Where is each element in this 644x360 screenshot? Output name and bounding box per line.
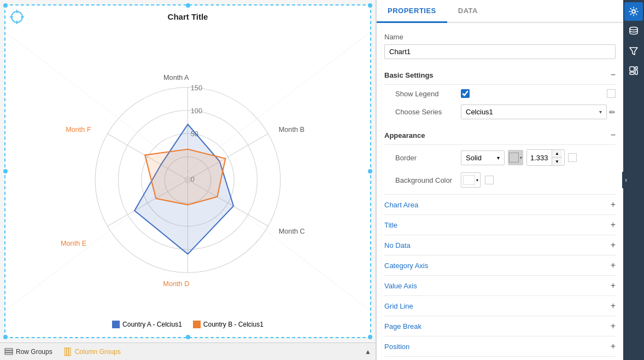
properties-panel: PROPERTIES DATA Name Basic Settings − Sh…: [376, 0, 623, 360]
svg-text:Month A: Month A: [163, 74, 189, 82]
basic-settings-toggle[interactable]: −: [611, 70, 616, 80]
legend-color-a: [112, 321, 120, 328]
title-header[interactable]: Title +: [384, 215, 616, 235]
bg-color-inner: [463, 175, 475, 185]
sidebar-icons: ›: [623, 0, 644, 360]
chevron-right-icon: ›: [625, 176, 627, 184]
title-plus: +: [611, 220, 616, 230]
database-icon: [629, 26, 639, 36]
data-element-section: Data Element +: [384, 356, 616, 360]
svg-text:150: 150: [191, 84, 202, 92]
bg-color-swatch[interactable]: ▾: [461, 172, 481, 188]
border-width-up[interactable]: ▲: [552, 150, 562, 158]
value-axis-header[interactable]: Value Axis +: [384, 276, 616, 295]
svg-marker-29: [145, 149, 225, 205]
value-axis-section: Value Axis +: [384, 275, 616, 295]
show-legend-checkbox[interactable]: [461, 89, 470, 98]
panel-collapse-btn[interactable]: ›: [622, 172, 630, 188]
row-groups-icon: [4, 347, 13, 356]
appearance-toggle[interactable]: −: [611, 130, 616, 140]
svg-rect-30: [5, 349, 13, 350]
row-groups-label: Row Groups: [16, 348, 52, 356]
chart-canvas: Chart Title: [4, 4, 371, 338]
bottom-bar-chevron[interactable]: ▲: [365, 348, 371, 356]
sidebar-filter-btn[interactable]: [624, 42, 643, 60]
series-select[interactable]: Celcius1 ▾: [461, 104, 607, 119]
tab-properties[interactable]: PROPERTIES: [377, 0, 447, 23]
svg-rect-31: [5, 351, 13, 352]
category-axis-section: Category Axis +: [384, 255, 616, 275]
chart-area-header[interactable]: Chart Area +: [384, 195, 616, 214]
no-data-header[interactable]: No Data +: [384, 235, 616, 255]
svg-text:Month E: Month E: [61, 240, 86, 247]
series-select-wrapper: Celcius1 ▾ ✏: [461, 104, 616, 119]
title-label: Title: [384, 221, 397, 229]
border-width-down[interactable]: ▼: [552, 158, 562, 165]
no-data-section: No Data +: [384, 235, 616, 255]
appearance-title: Appearance: [384, 131, 425, 140]
edit-icon: [629, 66, 639, 76]
panel-content: Name Basic Settings − Show Legend: [377, 23, 623, 360]
sidebar-database-btn[interactable]: [624, 22, 643, 40]
panel-tabs: PROPERTIES DATA: [377, 0, 623, 23]
name-field-row: Name: [384, 33, 616, 41]
bg-color-row: Background Color ▾: [384, 172, 616, 188]
chart-area-section: Chart Area +: [384, 194, 616, 214]
border-style-value: Solid: [466, 154, 482, 162]
page-break-header[interactable]: Page Break +: [384, 316, 616, 336]
bg-color-checkbox[interactable]: [485, 176, 494, 184]
show-legend-label: Show Legend: [395, 90, 461, 98]
row-groups-item[interactable]: Row Groups: [4, 347, 52, 356]
svg-rect-34: [67, 348, 68, 356]
border-style-select[interactable]: Solid ▾: [461, 150, 505, 165]
filter-icon: [629, 46, 639, 56]
show-legend-checkbox-wrapper: [461, 89, 470, 98]
svg-rect-40: [630, 72, 634, 74]
series-value: Celcius1: [466, 108, 493, 116]
show-legend-right-checkbox[interactable]: [607, 89, 616, 98]
grid-line-plus: +: [611, 301, 616, 311]
right-panel: PROPERTIES DATA Name Basic Settings − Sh…: [376, 0, 644, 360]
series-chevron-icon: ▾: [599, 109, 602, 115]
bg-color-controls: ▾: [461, 172, 494, 188]
legend-label-b: Country B - Celcius1: [203, 321, 264, 328]
border-width-input[interactable]: [527, 150, 552, 165]
sidebar-settings-btn[interactable]: [624, 2, 643, 21]
name-input[interactable]: [384, 44, 616, 59]
border-checkbox[interactable]: [568, 153, 577, 162]
border-width-spinners: ▲ ▼: [552, 150, 562, 165]
svg-rect-39: [630, 67, 634, 71]
svg-text:Month B: Month B: [279, 126, 305, 133]
svg-text:Month F: Month F: [66, 126, 91, 133]
svg-rect-41: [635, 67, 637, 69]
svg-text:Month D: Month D: [163, 280, 189, 288]
svg-point-36: [632, 10, 635, 13]
position-label: Position: [384, 342, 409, 351]
svg-rect-42: [635, 70, 637, 74]
position-section: Position +: [384, 336, 616, 356]
legend-item-b: Country B - Celcius1: [193, 321, 264, 328]
value-axis-label: Value Axis: [384, 282, 417, 290]
name-label: Name: [384, 33, 450, 41]
page-break-label: Page Break: [384, 322, 421, 330]
column-groups-item[interactable]: Column Groups: [63, 347, 121, 356]
grid-line-header[interactable]: Grid Line +: [384, 296, 616, 316]
series-edit-icon[interactable]: ✏: [609, 108, 616, 117]
position-header[interactable]: Position +: [384, 336, 616, 356]
border-style-chevron: ▾: [497, 155, 500, 161]
chart-legend: Country A - Celcius1 Country B - Celcius…: [5, 316, 370, 332]
value-axis-plus: +: [611, 281, 616, 291]
chart-inner: Chart Title: [5, 5, 370, 337]
tab-data[interactable]: DATA: [447, 0, 489, 23]
show-legend-row: Show Legend: [384, 89, 616, 98]
border-controls: Solid ▾ ▾ ▲ ▼: [461, 149, 616, 166]
legend-item-a: Country A - Celcius1: [112, 321, 182, 328]
sidebar-edit-btn[interactable]: [624, 61, 643, 80]
data-element-header[interactable]: Data Element +: [384, 357, 616, 360]
svg-rect-32: [5, 353, 13, 355]
legend-label-a: Country A - Celcius1: [122, 321, 182, 328]
category-axis-header[interactable]: Category Axis +: [384, 256, 616, 275]
svg-rect-35: [69, 348, 71, 356]
border-color-swatch[interactable]: ▾: [508, 150, 523, 165]
bottom-bar: Row Groups Column Groups ▲: [0, 342, 376, 360]
